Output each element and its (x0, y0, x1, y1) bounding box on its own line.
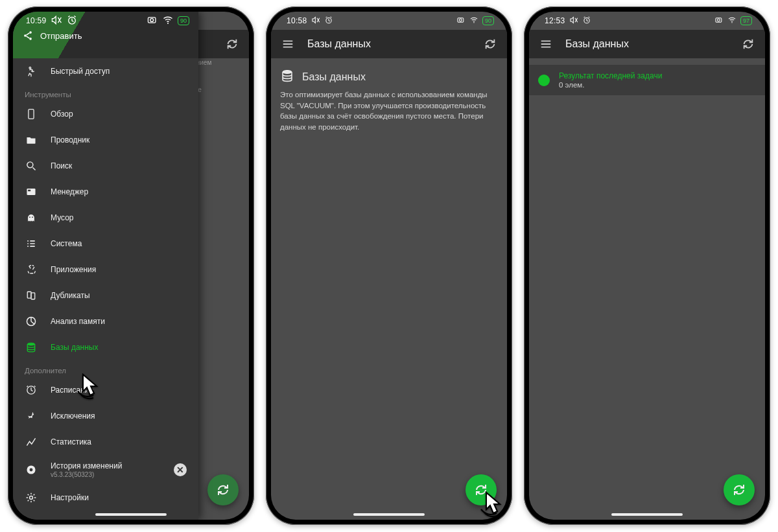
drawer-header: 10:59 90 Отправить (13, 12, 198, 58)
appbar: Базы данных (529, 30, 765, 58)
duplicates-icon (25, 289, 38, 302)
screen-2: 10:58 90 Базы данных Базы данных Это опт… (271, 12, 507, 520)
sidebar-item-settings[interactable]: Настройки (13, 485, 198, 511)
wifi-icon (162, 14, 174, 28)
alarm-icon (582, 16, 591, 27)
result-label: Результат последней задачи (559, 71, 662, 80)
wifi-icon (727, 16, 737, 27)
last-task-result[interactable]: Результат последней задачи 0 элем. (529, 65, 765, 95)
gesture-bar (95, 513, 167, 516)
recycle-icon (25, 263, 38, 276)
share-button[interactable]: Отправить (22, 30, 82, 41)
ghost-icon (25, 211, 38, 224)
wifi-icon (469, 16, 478, 27)
sidebar-item-memory[interactable]: Анализ памяти (13, 308, 198, 334)
gesture-bar (353, 513, 425, 516)
battery-badge: 90 (178, 16, 189, 25)
result-sub: 0 элем. (559, 81, 662, 89)
sidebar-item-apps[interactable]: Приложения (13, 257, 198, 283)
sidebar-item-explorer[interactable]: Проводник (13, 127, 198, 153)
pie-icon (25, 315, 38, 328)
sidebar-item-statistics[interactable]: Статистика (13, 429, 198, 455)
phone-1: ванием ся х не 10:59 90 (8, 6, 254, 525)
changelog-version: v5.3.23(50323) (51, 471, 161, 478)
battery-badge: 97 (740, 16, 752, 25)
info-card: Базы данных Это оптимизирует базы данных… (280, 69, 498, 133)
refresh-icon[interactable] (740, 36, 756, 52)
mute-icon (569, 16, 578, 27)
camera-icon (714, 16, 724, 27)
appbar: Базы данных (271, 30, 507, 58)
mute-icon (311, 16, 320, 27)
fab-refresh[interactable] (466, 474, 497, 505)
list-icon (25, 237, 38, 250)
phone-3: 12:53 97 Базы данных Результат последней… (524, 6, 770, 525)
status-time: 10:59 (26, 16, 47, 25)
sidebar-item-system[interactable]: Система (13, 231, 198, 257)
navigation-drawer: 10:59 90 Отправить Быст (13, 12, 198, 520)
screen-3: 12:53 97 Базы данных Результат последней… (529, 12, 765, 520)
gear-icon (25, 491, 38, 504)
alarm-icon (324, 16, 333, 27)
refresh-icon[interactable] (482, 36, 498, 52)
gear-fill-icon (25, 463, 38, 476)
clock-icon (25, 384, 38, 397)
manager-icon (25, 185, 38, 198)
sidebar-item-exclusions[interactable]: Исключения (13, 403, 198, 429)
card-heading: Базы данных (302, 71, 366, 83)
alarm-icon (66, 14, 78, 28)
share-label: Отправить (40, 31, 82, 41)
sidebar-item-changelog[interactable]: История изменений v5.3.23(50323) ✕ (13, 455, 198, 485)
database-icon (280, 69, 294, 86)
phone-icon (25, 108, 38, 121)
folder-icon (25, 133, 38, 146)
page-title: Базы данных (307, 38, 471, 50)
phone-2: 10:58 90 Базы данных Базы данных Это опт… (266, 6, 512, 525)
sidebar-item-schedule[interactable]: Расписание (13, 377, 198, 403)
sidebar-item-duplicates[interactable]: Дубликаты (13, 283, 198, 308)
changelog-label: История изменений (51, 461, 122, 470)
statusbar: 10:58 90 (271, 12, 507, 30)
page-title: Базы данных (565, 38, 729, 50)
camera-icon (147, 14, 158, 28)
sidebar-item-manager[interactable]: Менеджер (13, 179, 198, 205)
menu-icon[interactable] (280, 36, 296, 52)
sidebar-item-databases[interactable]: Базы данных (13, 334, 198, 360)
card-body: Это оптимизирует базы данных с использов… (280, 89, 498, 133)
battery-badge: 90 (482, 16, 494, 25)
sidebar-item-trash[interactable]: Мусор (13, 205, 198, 231)
sidebar-item-search[interactable]: Поиск (13, 153, 198, 179)
run-icon (25, 65, 38, 78)
database-icon (25, 341, 38, 354)
camera-icon (456, 16, 466, 27)
statusbar: 12:53 97 (529, 12, 765, 30)
sidebar-section-tools: Инструменты (13, 84, 198, 101)
stats-icon (25, 435, 38, 448)
status-time: 10:58 (287, 16, 307, 25)
status-dot-icon (538, 75, 550, 86)
search-icon (25, 159, 38, 172)
sidebar-item-overview[interactable]: Обзор (13, 101, 198, 127)
sidebar-section-extra: Дополнител (13, 360, 198, 377)
screen-1: ванием ся х не 10:59 90 (13, 12, 249, 520)
pin-icon (25, 410, 38, 422)
sidebar-item-quick-access[interactable]: Быстрый доступ (13, 58, 198, 84)
fab-refresh[interactable] (724, 474, 755, 505)
fab-refresh[interactable] (207, 474, 239, 505)
gesture-bar (611, 513, 683, 516)
refresh-icon[interactable] (224, 36, 240, 52)
mute-icon (51, 14, 62, 28)
menu-icon[interactable] (538, 36, 554, 52)
status-time: 12:53 (545, 16, 565, 25)
close-icon[interactable]: ✕ (174, 463, 187, 476)
